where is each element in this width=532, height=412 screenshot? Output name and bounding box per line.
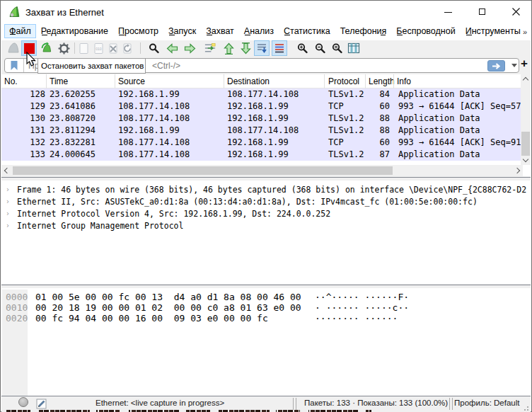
scroll-up-arrow[interactable] xyxy=(523,77,528,83)
detail-text: Frame 1: 46 bytes on wire (368 bits), 46… xyxy=(17,185,526,195)
detail-line-4[interactable]: ›Internet Group Management Protocol xyxy=(1,219,531,231)
add-filter-button[interactable]: + xyxy=(521,57,528,71)
resize-grip[interactable] xyxy=(524,405,529,411)
col-header-source[interactable]: Source xyxy=(118,76,145,86)
packet-row-131[interactable]: 13123.811294192.168.1.99108.177.14.108TL… xyxy=(1,125,523,137)
column-separator[interactable] xyxy=(393,74,394,88)
detail-line-1[interactable]: ›Frame 1: 46 bytes on wire (368 bits), 4… xyxy=(1,183,531,195)
minimize-button[interactable] xyxy=(432,1,463,22)
col-header-destination[interactable]: Destination xyxy=(227,76,270,86)
capture-comment-icon[interactable] xyxy=(36,399,47,409)
hex-row-0000[interactable]: 000001 00 5e 00 00 fc 00 13 d4 a0 d1 8a … xyxy=(1,292,531,302)
detail-line-2[interactable]: ›Ethernet II, Src: ASUSTekC_a0:d1:8a (00… xyxy=(1,195,531,207)
menu-10[interactable]: Инструменты xyxy=(461,24,526,38)
filter-dropdown-arrow[interactable] xyxy=(511,64,517,67)
col-header-protocol[interactable]: Protocol xyxy=(328,76,359,86)
apply-filter-button[interactable] xyxy=(487,60,505,71)
vscroll-thumb[interactable] xyxy=(521,132,530,156)
go-back-button[interactable] xyxy=(166,42,178,55)
packet-row-132[interactable]: 13223.832281108.177.14.108192.168.1.99TC… xyxy=(1,137,523,149)
scroll-left-arrow[interactable] xyxy=(4,168,10,173)
hex-offset: 0010 xyxy=(6,302,28,313)
packet-row-130[interactable]: 13023.808720108.177.14.108192.168.1.99TL… xyxy=(1,113,523,125)
status-separator-1b xyxy=(296,398,296,410)
expand-chevron-icon[interactable]: › xyxy=(6,198,9,205)
packet-bytes-pane: 000001 00 5e 00 00 fc 00 13 d4 a0 d1 8a … xyxy=(1,290,531,396)
go-to-first-packet-button[interactable] xyxy=(222,42,235,55)
zoom-out-button[interactable] xyxy=(313,42,326,55)
packet-details-pane: ›Frame 1: 46 bytes on wire (368 bits), 4… xyxy=(1,181,531,284)
expand-chevron-icon[interactable]: › xyxy=(6,222,9,229)
hex-bytes: 01 00 5e 00 00 fc 00 13 d4 a0 d1 8a 08 0… xyxy=(35,292,301,302)
packet-list-header[interactable]: No.TimeSourceDestinationProtocolLengthIn… xyxy=(1,74,523,88)
packet-row-128[interactable]: 12823.620255192.168.1.99108.177.14.108TL… xyxy=(1,88,523,101)
menu-3[interactable]: Просмотр xyxy=(113,24,163,38)
open-file-button[interactable] xyxy=(78,42,91,55)
go-to-last-packet-button[interactable] xyxy=(239,42,252,55)
menu-7[interactable]: Статистика xyxy=(279,24,335,38)
maximize-button[interactable] xyxy=(467,1,498,22)
scroll-down-arrow[interactable] xyxy=(523,156,528,162)
expert-info-icon[interactable] xyxy=(18,397,28,407)
zoom-original-icon xyxy=(331,42,343,55)
menu-overflow-chevron[interactable]: » xyxy=(523,28,527,36)
search-icon xyxy=(148,42,160,55)
find-packet-button[interactable] xyxy=(147,42,160,55)
expand-chevron-icon[interactable]: › xyxy=(6,185,9,193)
column-separator[interactable] xyxy=(115,74,115,88)
start-capture-button[interactable] xyxy=(7,42,20,55)
scroll-right-arrow[interactable] xyxy=(514,168,520,173)
packet-list-pane: No.TimeSourceDestinationProtocolLengthIn… xyxy=(1,74,531,176)
close-file-button[interactable] xyxy=(107,42,120,55)
resize-columns-button[interactable] xyxy=(347,42,360,55)
go-to-packet-button[interactable] xyxy=(204,42,216,55)
column-separator[interactable] xyxy=(224,74,224,88)
menu-9[interactable]: Беспроводной xyxy=(391,24,460,38)
packet-list-hscrollbar[interactable] xyxy=(1,165,523,176)
hscroll-thumb[interactable] xyxy=(13,166,393,175)
packet-row-133[interactable]: 13324.000645108.177.14.108192.168.1.99TL… xyxy=(1,149,523,161)
colorize-toggle[interactable] xyxy=(272,40,287,56)
wireshark-window: Захват из Ethernet ФайлРедактированиеПро… xyxy=(0,0,532,412)
colorize-icon xyxy=(274,42,285,54)
zoom-original-button[interactable] xyxy=(330,42,343,55)
cell-time: 23.808720 xyxy=(50,113,96,123)
packet-list-vscrollbar[interactable] xyxy=(521,74,531,165)
cell-no: 129 xyxy=(1,101,45,111)
col-header-info[interactable]: Info xyxy=(397,76,411,86)
title-bar: Захват из Ethernet xyxy=(1,1,531,22)
go-forward-button[interactable] xyxy=(183,42,196,55)
col-header-no[interactable]: No. xyxy=(4,76,18,86)
menu-6[interactable]: Анализ xyxy=(239,24,279,38)
packet-row-129[interactable]: 12923.641086108.177.14.108192.168.1.99TC… xyxy=(1,101,523,113)
auto-scroll-toggle[interactable] xyxy=(254,40,270,56)
pane-splitter-2[interactable] xyxy=(1,284,531,288)
column-separator[interactable] xyxy=(365,74,366,88)
menu-2[interactable]: Редактирование xyxy=(36,24,113,38)
filter-bookmark-button[interactable] xyxy=(5,59,24,72)
col-header-time[interactable]: Time xyxy=(50,76,68,86)
detail-line-3[interactable]: ›Internet Protocol Version 4, Src: 192.1… xyxy=(1,207,531,219)
save-file-button[interactable]: 010 xyxy=(93,42,105,55)
close-button[interactable] xyxy=(500,1,531,22)
column-separator[interactable] xyxy=(324,74,325,88)
menu-bar: ФайлРедактированиеПросмотрЗапускЗахватАн… xyxy=(1,22,531,40)
hex-row-0020[interactable]: 002000 fc 94 04 00 00 16 00 09 03 e0 00 … xyxy=(1,313,531,324)
cell-info: Application Data xyxy=(398,125,480,135)
cell-dst: 192.168.1.99 xyxy=(227,149,289,159)
menu-4[interactable]: Запуск xyxy=(163,24,201,38)
cell-info: Application Data xyxy=(398,113,480,123)
hex-row-0010[interactable]: 001000 20 18 19 00 00 01 02 00 00 c0 a8 … xyxy=(1,302,531,313)
reload-file-button[interactable] xyxy=(121,42,134,55)
menu-8[interactable]: Телефония xyxy=(335,24,392,38)
restart-capture-button[interactable] xyxy=(40,42,53,55)
menu-1[interactable]: Файл xyxy=(4,24,36,38)
expand-chevron-icon[interactable]: › xyxy=(6,210,9,217)
hex-bytes: 00 fc 94 04 00 00 16 00 09 03 e0 00 00 f… xyxy=(35,313,268,324)
zoom-in-button[interactable] xyxy=(296,42,308,55)
menu-5[interactable]: Захват xyxy=(201,24,239,38)
capture-options-button[interactable] xyxy=(57,42,70,55)
column-separator[interactable] xyxy=(46,74,47,88)
cell-no: 133 xyxy=(1,149,45,159)
col-header-length[interactable]: Length xyxy=(369,76,395,86)
